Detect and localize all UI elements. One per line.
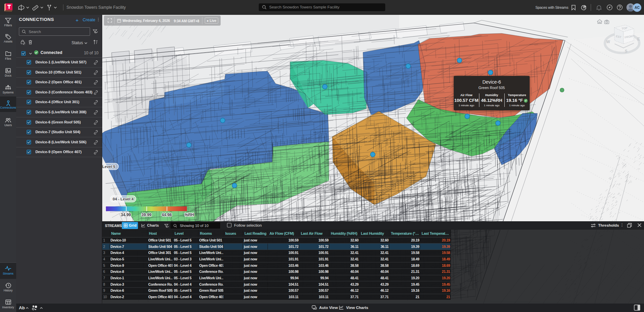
svg-text:44.98: 44.98 <box>162 212 172 217</box>
svg-text:39.99: 39.99 <box>141 212 151 217</box>
svg-text:S: S <box>625 49 627 54</box>
svg-text:%RH: %RH <box>185 212 194 217</box>
svg-text:W: W <box>606 39 610 44</box>
svg-text:- Level 5: - Level 5 <box>102 165 116 169</box>
svg-text:34.99: 34.99 <box>121 212 131 217</box>
svg-text:04 - Level 4: 04 - Level 4 <box>113 197 134 201</box>
svg-text:E: E <box>637 37 640 41</box>
